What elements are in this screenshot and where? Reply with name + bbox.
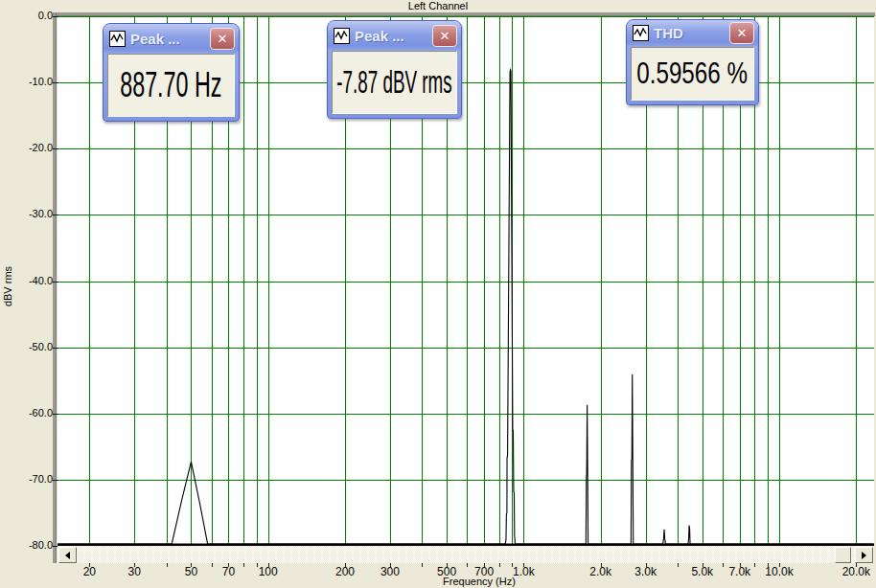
y-tick-label: -20.0 bbox=[3, 142, 53, 153]
waveform-icon bbox=[334, 28, 350, 44]
y-tick-mark bbox=[53, 282, 58, 283]
y-tick-label: -10.0 bbox=[3, 76, 53, 87]
meter-value: 887.70 Hz bbox=[120, 65, 221, 105]
meter-value: 0.59566 % bbox=[637, 57, 749, 91]
meter-value: -7.87 dBV rms bbox=[336, 64, 451, 101]
y-tick-label: -80.0 bbox=[3, 539, 53, 551]
meter-title: THD bbox=[654, 25, 725, 41]
waveform-icon bbox=[633, 25, 649, 41]
meter-titlebar[interactable]: Peak ... ✕ bbox=[328, 21, 461, 50]
meter-window-peak-frequency: Peak ... ✕ 887.70 Hz bbox=[103, 23, 240, 122]
y-tick-label: 0.0 bbox=[3, 10, 53, 21]
y-tick-label: -30.0 bbox=[3, 208, 53, 219]
close-icon[interactable]: ✕ bbox=[729, 22, 754, 44]
y-tick-mark bbox=[53, 215, 58, 215]
meter-window-peak-level: Peak ... ✕ -7.87 dBV rms bbox=[327, 20, 462, 119]
y-tick-label: -60.0 bbox=[3, 407, 53, 418]
meter-title: Peak ... bbox=[355, 28, 427, 44]
y-tick-mark bbox=[53, 16, 58, 17]
scrollbar-thumb[interactable] bbox=[835, 547, 851, 563]
meter-title: Peak ... bbox=[130, 31, 205, 47]
meter-display: 887.70 Hz bbox=[107, 54, 235, 117]
y-tick-label: -70.0 bbox=[3, 473, 53, 485]
waveform-icon bbox=[109, 31, 126, 47]
close-icon[interactable]: ✕ bbox=[210, 28, 235, 50]
meter-titlebar[interactable]: Peak ... ✕ bbox=[104, 24, 239, 53]
meter-window-thd: THD ✕ 0.59566 % bbox=[626, 19, 759, 105]
y-tick-label: -40.0 bbox=[3, 275, 53, 286]
meter-titlebar[interactable]: THD ✕ bbox=[627, 20, 758, 46]
x-axis-label: Frequency (Hz) bbox=[58, 576, 876, 587]
y-tick-mark bbox=[53, 82, 58, 83]
scroll-right-button[interactable] bbox=[855, 547, 873, 563]
meter-display: -7.87 dBV rms bbox=[332, 51, 457, 114]
scroll-right-icon bbox=[862, 552, 866, 559]
analyzer-window: Left Channel dBV rms 0.0-10.0-20.0-30.0-… bbox=[0, 0, 876, 588]
meter-display: 0.59566 % bbox=[631, 47, 754, 101]
y-axis-label: dBV rms bbox=[2, 248, 13, 325]
spectrum-trace bbox=[58, 70, 874, 544]
close-icon[interactable]: ✕ bbox=[432, 25, 457, 47]
y-tick-mark bbox=[53, 480, 58, 481]
y-tick-mark bbox=[53, 414, 58, 415]
horizontal-scrollbar[interactable] bbox=[58, 546, 874, 563]
chart-title: Left Channel bbox=[0, 0, 876, 12]
y-tick-mark bbox=[53, 148, 58, 149]
scroll-left-button[interactable] bbox=[58, 547, 77, 563]
y-tick-mark bbox=[53, 348, 58, 349]
scroll-left-icon bbox=[65, 552, 70, 559]
y-tick-label: -50.0 bbox=[3, 341, 53, 352]
